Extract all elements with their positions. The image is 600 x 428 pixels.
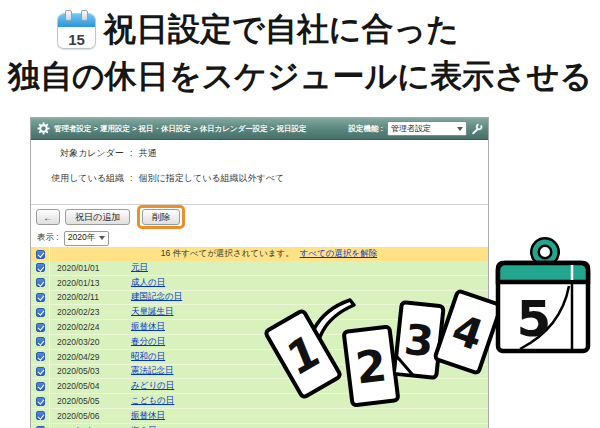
holiday-name-link[interactable]: こどもの日 <box>131 395 174 407</box>
settings-menu-label: 設定機能 : <box>348 124 383 134</box>
row-checkbox[interactable] <box>36 308 45 317</box>
holiday-name-link[interactable]: 天皇誕生日 <box>131 306 174 318</box>
calendar-top-band <box>498 263 588 282</box>
breadcrumb[interactable]: 管理者設定 > 運用設定 > 祝日・休日設定 > 休日カレンダー設定 > 祝日設… <box>54 124 344 134</box>
target-calendar-row: 対象カレンダー : 共通 <box>31 147 488 159</box>
row-checkbox[interactable] <box>36 411 45 420</box>
select-all-checkbox[interactable] <box>36 250 45 259</box>
using-org-row: 使用している組織 : 個別に指定している組織以外すべて <box>31 172 488 184</box>
delete-button-highlight: 削除 <box>137 205 185 229</box>
row-checkbox[interactable] <box>36 278 45 287</box>
holiday-date: 2020/05/05 <box>50 396 131 406</box>
holiday-date: 2020/02/23 <box>50 307 131 317</box>
holiday-date: 2020/05/03 <box>50 366 131 376</box>
flying-page-2: 2 <box>344 326 399 405</box>
calendar-icon-top <box>58 14 95 27</box>
chevron-down-icon <box>99 236 105 240</box>
chevron-down-icon <box>457 127 463 131</box>
wrench-icon[interactable] <box>471 123 483 135</box>
holiday-date: 2020/02/11 <box>50 292 131 302</box>
holiday-date: 2020/01/13 <box>50 278 131 288</box>
calendar-icon-day: 15 <box>58 31 95 48</box>
row-checkbox[interactable] <box>36 397 45 406</box>
holiday-date: 2020/04/29 <box>50 352 131 362</box>
holiday-date: 2020/01/01 <box>50 263 131 273</box>
holiday-name-link[interactable]: 昭和の日 <box>131 351 165 363</box>
year-dropdown-value: 2020年 <box>68 232 95 244</box>
holiday-name-link[interactable]: 憲法記念日 <box>131 365 174 377</box>
holiday-name-link[interactable]: 振替休日 <box>131 321 165 333</box>
calendar-info-section: 対象カレンダー : 共通 使用している組織 : 個別に指定している組織以外すべて <box>31 140 488 204</box>
settings-menu-dropdown[interactable]: 管理者設定 <box>387 121 467 136</box>
svg-text:5: 5 <box>517 290 552 348</box>
holiday-name-link[interactable]: 建国記念の日 <box>131 291 182 303</box>
delete-button[interactable]: 削除 <box>142 209 180 225</box>
holiday-name-link[interactable]: みどりの日 <box>131 380 174 392</box>
calendar-emoji-icon: 15 <box>57 13 96 49</box>
flying-page-4: 4 <box>435 290 502 373</box>
using-org-label: 使用している組織 <box>31 172 124 185</box>
holiday-name-link[interactable]: 春分の日 <box>131 336 165 348</box>
using-org-value: 個別に指定している組織以外すべて <box>139 172 285 185</box>
holiday-name-link[interactable]: 元日 <box>131 262 148 274</box>
target-calendar-value: 共通 <box>139 147 157 160</box>
add-holiday-button[interactable]: 祝日の追加 <box>65 209 130 225</box>
toolbar: ← 祝日の追加 削除 <box>31 205 488 228</box>
holiday-date: 2020/03/20 <box>50 337 131 347</box>
year-dropdown[interactable]: 2020年 <box>64 231 109 246</box>
row-checkbox[interactable] <box>36 352 45 361</box>
flying-page-3: 3 <box>394 302 443 378</box>
back-button[interactable]: ← <box>36 209 60 225</box>
calendar-illustration: 1 2 3 4 5 <box>258 232 600 428</box>
title-line2: 独自の休日をスケジュールに表示させる <box>0 54 600 98</box>
holiday-date: 2020/05/04 <box>50 381 131 391</box>
display-filter-label: 表示 : <box>37 232 59 244</box>
holiday-name-link[interactable]: 振替休日 <box>131 410 165 422</box>
page: 15 祝日設定で自社に合った 独自の休日をスケジュールに表示させる <box>0 0 600 428</box>
calendar-icon-ring <box>65 10 72 21</box>
target-calendar-label: 対象カレンダー <box>31 147 124 160</box>
row-checkbox[interactable] <box>36 367 45 376</box>
holiday-date: 2020/02/24 <box>50 322 131 332</box>
page-title: 15 祝日設定で自社に合った 独自の休日をスケジュールに表示させる <box>0 6 600 98</box>
row-checkbox[interactable] <box>36 337 45 346</box>
gear-icon <box>37 122 50 135</box>
svg-text:2: 2 <box>353 339 390 393</box>
row-checkbox[interactable] <box>36 382 45 391</box>
title-line1: 祝日設定で自社に合った <box>104 8 459 52</box>
select-all-cell <box>31 247 50 261</box>
holiday-name-link[interactable]: 海の日 <box>131 425 157 428</box>
row-checkbox[interactable] <box>36 263 45 272</box>
calendar-icon-ring <box>81 10 88 21</box>
calendar-block: 5 <box>498 242 588 351</box>
holiday-date: 2020/05/06 <box>50 411 131 421</box>
row-checkbox[interactable] <box>36 293 45 302</box>
svg-text:3: 3 <box>402 315 436 367</box>
row-checkbox[interactable] <box>36 323 45 332</box>
settings-menu-selected: 管理者設定 <box>391 123 431 134</box>
holiday-name-link[interactable]: 成人の日 <box>131 277 165 289</box>
admin-header-bar: 管理者設定 > 運用設定 > 祝日・休日設定 > 休日カレンダー設定 > 祝日設… <box>31 118 488 140</box>
